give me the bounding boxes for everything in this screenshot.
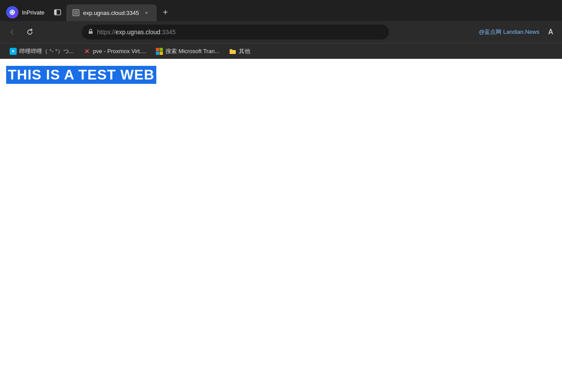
inprivate-label: InPrivate — [22, 9, 44, 16]
inprivate-avatar — [6, 6, 18, 18]
bookmark-bilibili[interactable]: B 哔哩哔哩（ °- °）つ... — [5, 46, 78, 57]
address-protocol: https:// — [97, 29, 115, 36]
tab-sidebar-button[interactable] — [50, 5, 65, 19]
bookmark-other-folder[interactable]: 其他 — [225, 46, 255, 57]
title-bar: InPrivate exp.ugnas.cloud:3345 × + — [0, 0, 562, 21]
landian-button[interactable]: @蓝点网 Landian.News — [475, 26, 543, 38]
tab-favicon — [72, 9, 79, 16]
bookmark-favicon-pve: ✕ — [83, 48, 90, 55]
landian-label: @蓝点网 Landian.News — [479, 28, 539, 36]
svg-rect-5 — [156, 48, 159, 51]
page-heading: THIS IS A TEST WEB — [6, 66, 156, 84]
lock-icon — [88, 29, 94, 36]
bookmark-ms-translator[interactable]: 搜索 Microsoft Tran... — [151, 46, 224, 57]
tab-bar: exp.ugnas.cloud:3345 × + — [50, 0, 562, 21]
bookmark-favicon-folder — [229, 48, 236, 55]
tab-close-button[interactable]: × — [143, 9, 151, 17]
bookmark-pve[interactable]: ✕ pve - Proxmox Virt.... — [79, 46, 151, 57]
read-aloud-icon: A — [548, 28, 553, 36]
address-port: :3345 — [160, 29, 176, 36]
back-button[interactable] — [5, 25, 19, 39]
read-aloud-button[interactable]: A — [544, 26, 557, 38]
new-tab-button[interactable]: + — [159, 5, 173, 19]
bookmark-favicon-bilibili: B — [10, 48, 17, 55]
address-bar-row: https://exp.ugnas.cloud:3345 @蓝点网 Landia… — [0, 21, 562, 43]
bookmark-favicon-ms — [156, 48, 163, 55]
svg-rect-7 — [156, 51, 159, 55]
bookmark-label-ms-translator: 搜索 Microsoft Tran... — [166, 47, 220, 55]
tab-title: exp.ugnas.cloud:3345 — [83, 10, 139, 16]
svg-rect-2 — [73, 10, 79, 15]
page-content: THIS IS A TEST WEB — [0, 59, 562, 392]
svg-rect-1 — [54, 10, 57, 15]
svg-rect-4 — [89, 31, 93, 34]
svg-rect-6 — [159, 48, 163, 51]
refresh-button[interactable] — [23, 25, 37, 39]
bookmarks-bar: B 哔哩哔哩（ °- °）つ... ✕ pve - Proxmox Virt..… — [0, 43, 562, 59]
toolbar-right: @蓝点网 Landian.News A — [475, 26, 557, 38]
bookmark-label-pve: pve - Proxmox Virt.... — [93, 48, 146, 54]
svg-rect-8 — [159, 51, 163, 55]
active-tab[interactable]: exp.ugnas.cloud:3345 × — [66, 4, 156, 21]
bookmark-label-other: 其他 — [239, 47, 250, 55]
address-bar[interactable]: https://exp.ugnas.cloud:3345 — [82, 25, 389, 40]
bookmark-label-bilibili: 哔哩哔哩（ °- °）つ... — [19, 47, 74, 55]
address-host: exp.ugnas.cloud — [115, 29, 160, 36]
inprivate-button[interactable]: InPrivate — [0, 4, 50, 21]
address-text: https://exp.ugnas.cloud:3345 — [97, 29, 383, 36]
